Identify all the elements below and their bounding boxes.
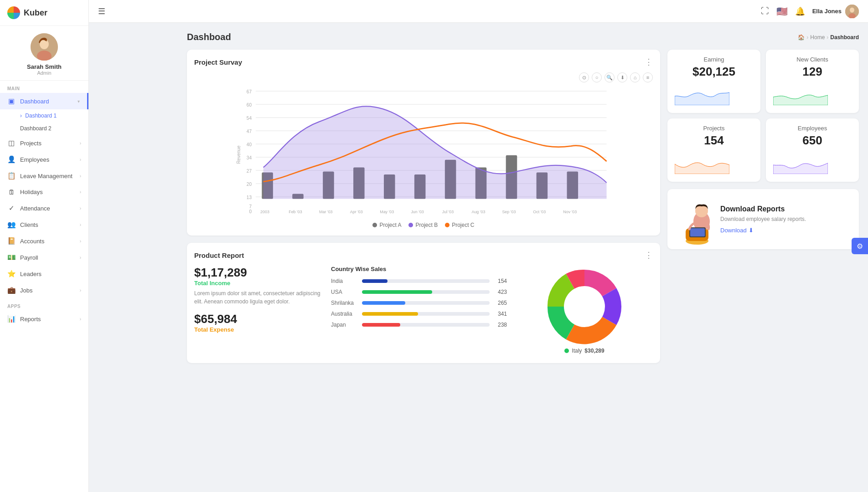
topbar-avatar bbox=[845, 5, 859, 18]
legend-project-b: Project B bbox=[408, 222, 438, 228]
fullscreen-icon[interactable]: ⛶ bbox=[761, 6, 769, 16]
sidebar-item-clients[interactable]: 👥 Clients › bbox=[0, 216, 88, 233]
legend-dot-b bbox=[408, 223, 413, 227]
donut-legend-italy: Italy $30,289 bbox=[564, 348, 604, 354]
progress-bar-wrap bbox=[362, 323, 490, 327]
sidebar-item-payroll[interactable]: 💵 Payroll › bbox=[0, 249, 88, 266]
sidebar-item-jobs[interactable]: 💼 Jobs › bbox=[0, 282, 88, 298]
svg-text:67: 67 bbox=[247, 89, 252, 94]
payroll-icon: 💵 bbox=[7, 253, 16, 261]
breadcrumb-home-icon: 🏠 bbox=[798, 34, 805, 41]
right-column: Earning $20,125 New Clients 129 Proj bbox=[667, 50, 859, 363]
app-name: Kuber bbox=[24, 8, 47, 18]
project-survey-title: Project Survay bbox=[194, 58, 242, 66]
chart-controls: ⊙ ○ 🔍 ⬇ ⌂ ≡ bbox=[194, 72, 653, 82]
product-report-card: Product Report ⋮ $1,17,289 Total Income … bbox=[187, 243, 660, 363]
chart-ctrl-list[interactable]: ≡ bbox=[643, 72, 653, 82]
flag-icon[interactable]: 🇺🇸 bbox=[776, 6, 788, 17]
svg-text:27: 27 bbox=[247, 169, 252, 174]
settings-fab[interactable]: ⚙ bbox=[852, 238, 868, 254]
avatar-image bbox=[31, 33, 58, 61]
sidebar-item-leaders[interactable]: ⭐ Leaders bbox=[0, 266, 88, 282]
sidebar-item-dashboard[interactable]: ▣ Dashboard ▾ bbox=[0, 93, 88, 109]
stat-employees-label: Employees bbox=[773, 125, 852, 132]
download-reports-card: Download Reports Download employee salar… bbox=[667, 189, 859, 249]
svg-text:Sep '03: Sep '03 bbox=[502, 210, 516, 214]
country-value: 265 bbox=[493, 300, 507, 306]
country-bars: India 154 USA 423 Shrilanka 265 Australi… bbox=[331, 278, 507, 328]
svg-text:60: 60 bbox=[247, 102, 252, 108]
product-report-header: Product Report ⋮ bbox=[194, 250, 653, 260]
svg-text:Jun '03: Jun '03 bbox=[411, 210, 424, 214]
chart-ctrl-download[interactable]: ⬇ bbox=[617, 72, 627, 82]
notification-bell-icon[interactable]: 🔔 bbox=[795, 6, 805, 16]
progress-bar-wrap bbox=[362, 290, 490, 294]
svg-point-4 bbox=[850, 7, 854, 12]
download-title: Download Reports bbox=[720, 205, 806, 213]
chevron-icon-projects: › bbox=[80, 141, 81, 146]
country-row-japan: Japan 238 bbox=[331, 322, 507, 328]
breadcrumb-home[interactable]: Home bbox=[810, 34, 825, 41]
sidebar-label-holidays: Holidays bbox=[20, 189, 43, 195]
chevron-icon-holidays: › bbox=[80, 190, 81, 195]
total-income-amount: $1,17,289 bbox=[194, 266, 322, 280]
chevron-icon-jobs: › bbox=[80, 288, 81, 293]
country-name: India bbox=[331, 278, 358, 284]
stat-earning: Earning $20,125 bbox=[667, 50, 760, 113]
sidebar-item-projects[interactable]: ◫ Projects › bbox=[0, 135, 88, 151]
country-wise-sales: Country Wise Sales India 154 USA 423 Shr… bbox=[331, 266, 507, 333]
sidebar-item-holidays[interactable]: 🗓 Holidays › bbox=[0, 184, 88, 200]
product-report-grid: $1,17,289 Total Income Lorem ipsum dolor… bbox=[194, 266, 653, 354]
progress-bar-wrap bbox=[362, 301, 490, 305]
leave-icon: 📋 bbox=[7, 172, 16, 180]
chart-ctrl-circle[interactable]: ○ bbox=[592, 72, 602, 82]
sidebar-item-employees[interactable]: 👤 Employees › bbox=[0, 151, 88, 168]
chart-ctrl-zoom[interactable]: 🔍 bbox=[604, 72, 615, 82]
chart-ctrl-reset[interactable]: ⊙ bbox=[579, 72, 589, 82]
legend-value-italy: $30,289 bbox=[584, 348, 604, 354]
download-link[interactable]: Download ⬇ bbox=[720, 227, 806, 234]
topbar-user[interactable]: Ella Jones bbox=[812, 5, 859, 18]
chevron-icon-payroll: › bbox=[80, 255, 81, 260]
projects-icon: ◫ bbox=[7, 139, 16, 147]
sidebar-label-payroll: Payroll bbox=[20, 254, 38, 261]
project-survey-chart: 67 60 54 47 40 34 27 20 13 7 0 Revenue bbox=[198, 86, 649, 218]
progress-bar-fill bbox=[362, 301, 405, 305]
profile-name: Sarah Smith bbox=[27, 63, 62, 70]
sidebar-apps-label: APPS bbox=[0, 298, 88, 311]
country-row-australia: Australia 341 bbox=[331, 311, 507, 317]
sidebar-item-attendance[interactable]: ✓ Attendance › bbox=[0, 200, 88, 216]
stats-grid: Earning $20,125 New Clients 129 Proj bbox=[667, 50, 859, 182]
chart-ctrl-home[interactable]: ⌂ bbox=[630, 72, 640, 82]
product-report-financials: $1,17,289 Total Income Lorem ipsum dolor… bbox=[194, 266, 322, 333]
progress-bar-fill bbox=[362, 290, 432, 294]
sidebar-label-employees: Employees bbox=[20, 156, 49, 163]
svg-text:7: 7 bbox=[249, 204, 252, 209]
product-report-menu-icon[interactable]: ⋮ bbox=[645, 250, 653, 260]
profile-role: Admin bbox=[37, 70, 51, 76]
donut-chart bbox=[543, 266, 625, 348]
sidebar-item-reports[interactable]: 📊 Reports › bbox=[0, 311, 88, 327]
country-row-shrilanka: Shrilanka 265 bbox=[331, 300, 507, 306]
svg-text:20: 20 bbox=[247, 182, 252, 187]
content-grid: Project Survay ⋮ ⊙ ○ 🔍 ⬇ ⌂ ≡ bbox=[187, 50, 859, 363]
sidebar-item-leave[interactable]: 📋 Leave Management › bbox=[0, 168, 88, 184]
menu-hamburger-icon[interactable]: ☰ bbox=[98, 6, 105, 16]
app-logo[interactable]: Kuber bbox=[0, 0, 88, 26]
sidebar-item-accounts[interactable]: 📔 Accounts › bbox=[0, 233, 88, 249]
donut-chart-wrap: Italy $30,289 bbox=[516, 266, 653, 354]
country-value: 238 bbox=[493, 322, 507, 328]
jobs-icon: 💼 bbox=[7, 286, 16, 294]
sidebar-item-dashboard2[interactable]: Dashboard 2 bbox=[0, 122, 88, 135]
topbar: ☰ ⛶ 🇺🇸 🔔 Ella Jones bbox=[89, 0, 868, 23]
chevron-icon-leave: › bbox=[80, 174, 81, 179]
svg-rect-55 bbox=[690, 228, 705, 236]
country-sales-title: Country Wise Sales bbox=[331, 266, 507, 272]
progress-bar-fill bbox=[362, 323, 400, 327]
sidebar-item-dashboard1[interactable]: › Dashboard 1 bbox=[0, 109, 88, 122]
stat-earning-value: $20,125 bbox=[675, 65, 753, 79]
stat-employees: Employees 650 bbox=[766, 118, 859, 182]
svg-text:0: 0 bbox=[249, 209, 252, 214]
project-survey-menu-icon[interactable]: ⋮ bbox=[645, 57, 653, 67]
breadcrumb: 🏠 › Home › Dashboard bbox=[798, 34, 859, 41]
